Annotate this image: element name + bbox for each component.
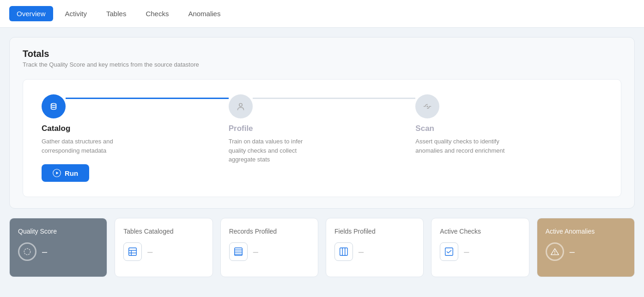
svg-rect-17 (340, 248, 348, 256)
connector-catalog-profile (66, 98, 229, 99)
quality-score-label: Quality Score (18, 228, 98, 235)
tables-cataloged-value-row: – (123, 242, 204, 261)
quality-score-icon (18, 242, 36, 261)
catalog-step-name: Catalog (42, 124, 134, 133)
svg-point-0 (49, 101, 59, 111)
records-profiled-value-row: – (229, 242, 310, 261)
catalog-step-desc: Gather data structures and corresponding… (42, 137, 134, 155)
metric-tables-cataloged: Tables Cataloged – (115, 218, 213, 277)
svg-point-7 (427, 105, 428, 107)
profile-step-desc: Train on data values to infer quality ch… (229, 137, 321, 164)
svg-marker-3 (56, 172, 59, 174)
fields-profiled-icon-box (334, 242, 353, 261)
active-checks-value: – (464, 247, 469, 257)
check-square-icon (444, 247, 454, 257)
play-icon (53, 169, 61, 177)
warning-icon (550, 247, 559, 256)
svg-point-8 (24, 248, 30, 254)
nav-tab-activity[interactable]: Activity (58, 6, 95, 21)
totals-subtitle: Track the Quality Score and key metrics … (23, 61, 621, 68)
nav-tab-tables[interactable]: Tables (99, 6, 134, 21)
nav-tab-anomalies[interactable]: Anomalies (181, 6, 228, 21)
svg-point-22 (554, 253, 555, 254)
records-icon (233, 247, 243, 257)
metric-records-profiled: Records Profiled – (220, 218, 318, 277)
records-profiled-value: – (253, 247, 258, 257)
active-anomalies-value: – (570, 247, 575, 257)
circle-dash-icon (23, 247, 32, 256)
fields-profiled-label: Fields Profiled (334, 228, 415, 235)
profile-step-name: Profile (229, 124, 321, 133)
active-anomalies-icon (546, 242, 564, 261)
records-profiled-icon-box (229, 242, 248, 261)
active-checks-value-row: – (440, 242, 520, 261)
active-anomalies-label: Active Anomalies (546, 228, 626, 235)
totals-card: Totals Track the Quality Score and key m… (9, 37, 635, 209)
active-checks-label: Active Checks (440, 228, 520, 235)
columns-icon (339, 247, 349, 257)
active-checks-icon-box (440, 242, 458, 261)
top-navigation: Overview Activity Tables Checks Anomalie… (0, 0, 644, 28)
metrics-row: Quality Score – Tables Cataloged (9, 218, 635, 277)
metric-active-anomalies: Active Anomalies – (537, 218, 635, 277)
scan-step-circle (415, 94, 439, 118)
metric-active-checks: Active Checks – (431, 218, 529, 277)
active-anomalies-value-row: – (546, 242, 626, 261)
run-button[interactable]: Run (42, 164, 89, 182)
nav-tab-overview[interactable]: Overview (9, 6, 53, 21)
scan-step-desc: Assert quality checks to identify anomal… (415, 137, 508, 155)
run-label: Run (65, 169, 78, 177)
tables-cataloged-icon-box (123, 242, 142, 261)
svg-rect-20 (445, 248, 453, 256)
main-content: Totals Track the Quality Score and key m… (0, 28, 644, 286)
metric-fields-profiled: Fields Profiled – (326, 218, 424, 277)
table-icon (128, 247, 138, 257)
fields-profiled-value-row: – (334, 242, 415, 261)
scan-step-name: Scan (415, 124, 508, 133)
fields-profiled-value: – (358, 247, 364, 257)
profile-step-circle (229, 94, 253, 118)
metric-quality-score: Quality Score – (9, 218, 107, 277)
nav-tab-checks[interactable]: Checks (138, 6, 176, 21)
records-profiled-label: Records Profiled (229, 228, 310, 235)
pipeline-container: Catalog Gather data structures and corre… (23, 79, 621, 197)
quality-score-value: – (42, 247, 47, 257)
totals-title: Totals (23, 49, 621, 59)
connector-profile-scan (253, 98, 416, 99)
quality-score-value-row: – (18, 242, 98, 261)
svg-rect-9 (129, 248, 137, 256)
tables-cataloged-label: Tables Cataloged (123, 228, 204, 235)
catalog-step-circle (42, 94, 66, 118)
tables-cataloged-value: – (147, 247, 152, 257)
